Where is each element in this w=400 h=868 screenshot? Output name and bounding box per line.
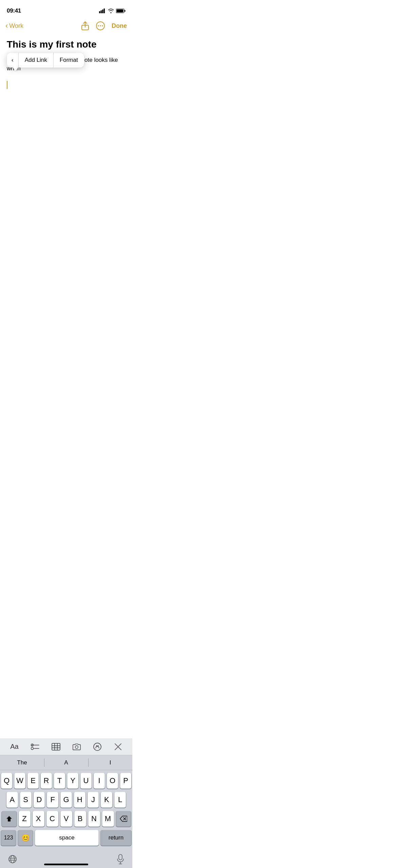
battery-icon — [116, 8, 126, 13]
svg-rect-3 — [104, 8, 105, 13]
more-icon[interactable] — [96, 21, 105, 30]
svg-rect-2 — [102, 10, 103, 13]
format-button[interactable]: Format — [54, 53, 84, 68]
svg-rect-6 — [117, 10, 123, 13]
status-icons — [99, 8, 126, 13]
wifi-icon — [108, 8, 114, 13]
signal-icon — [99, 8, 106, 13]
text-cursor — [7, 81, 7, 89]
svg-rect-1 — [101, 11, 102, 14]
add-link-button[interactable]: Add Link — [19, 53, 54, 68]
svg-point-10 — [100, 25, 101, 26]
note-title[interactable]: This is my first note — [7, 39, 126, 50]
status-time: 09:41 — [7, 7, 21, 14]
svg-rect-0 — [99, 11, 100, 13]
svg-rect-5 — [125, 10, 126, 12]
svg-point-9 — [98, 25, 99, 26]
context-menu: ‹ Add Link Format — [7, 53, 84, 68]
back-label: Work — [9, 22, 23, 30]
back-chevron-icon: ‹ — [5, 21, 8, 30]
svg-point-11 — [102, 25, 103, 26]
nav-bar: ‹ Work Done — [0, 17, 132, 35]
status-bar: 09:41 — [0, 0, 132, 17]
context-menu-back-button[interactable]: ‹ — [7, 53, 19, 68]
back-button[interactable]: ‹ Work — [5, 21, 23, 30]
done-button[interactable]: Done — [112, 22, 127, 30]
share-icon[interactable] — [81, 21, 89, 31]
nav-right-actions: Done — [81, 21, 127, 31]
